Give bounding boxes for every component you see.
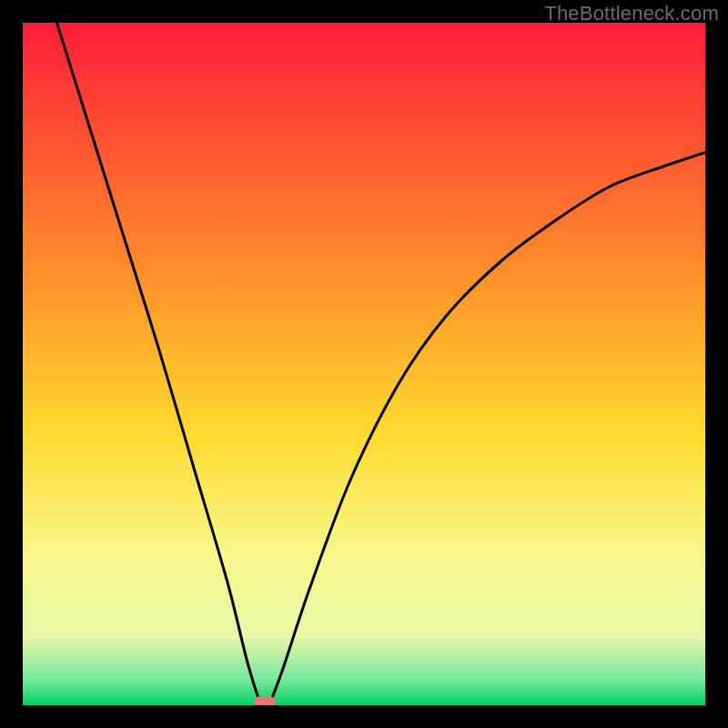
plot-area bbox=[23, 23, 705, 705]
watermark-text: TheBottleneck.com bbox=[544, 2, 719, 25]
optimal-point-marker bbox=[254, 696, 276, 705]
plot-svg bbox=[23, 23, 705, 705]
chart-frame: TheBottleneck.com bbox=[0, 0, 728, 728]
gradient-background bbox=[23, 23, 705, 705]
